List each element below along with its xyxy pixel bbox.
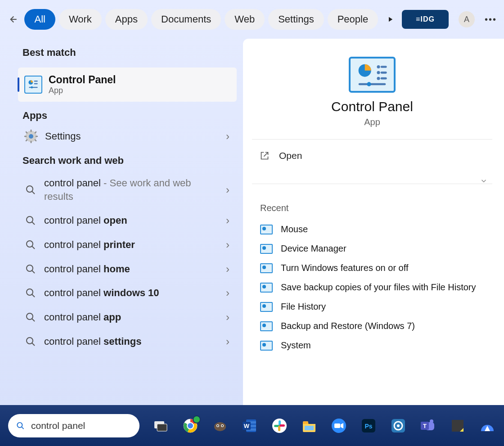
taskbar-gimp-icon[interactable]: [212, 417, 229, 434]
recent-item-mouse[interactable]: Mouse: [252, 220, 492, 239]
svg-point-38: [17, 422, 22, 427]
user-avatar[interactable]: A: [459, 11, 475, 27]
search-icon: [16, 421, 25, 431]
apps-result-settings[interactable]: Settings ›: [0, 126, 243, 147]
best-match-result[interactable]: Control Panel App: [18, 68, 237, 102]
recent-item-system[interactable]: System: [252, 336, 492, 355]
web-result-text: control panel app: [44, 311, 121, 324]
search-web-header: Search work and web: [0, 147, 243, 171]
taskbar-file-explorer-icon[interactable]: [301, 417, 318, 434]
recent-label: Turn Windows features on or off: [281, 263, 408, 273]
search-header: All Work Apps Documents Web Settings Peo…: [0, 0, 504, 39]
svg-point-50: [222, 425, 223, 426]
svg-rect-62: [303, 421, 308, 424]
control-panel-mini-icon: [260, 321, 273, 331]
svg-line-28: [32, 343, 35, 346]
search-icon: [25, 239, 36, 250]
svg-point-32: [377, 71, 380, 74]
web-result-6[interactable]: control panel settings ›: [0, 329, 243, 354]
recent-item-file-history[interactable]: File History: [252, 297, 492, 316]
svg-line-26: [32, 319, 35, 321]
org-badge[interactable]: ≡IDG: [402, 10, 449, 29]
taskbar-search[interactable]: [8, 414, 140, 437]
web-result-5[interactable]: control panel app ›: [0, 305, 243, 329]
taskbar-slack-icon[interactable]: [271, 417, 288, 434]
tab-all[interactable]: All: [24, 9, 55, 30]
svg-point-37: [367, 82, 371, 86]
taskbar: W Ps T: [0, 405, 504, 446]
search-icon: [25, 312, 36, 323]
taskbar-nordvpn-icon[interactable]: [479, 417, 496, 434]
tabs-scroll-next-icon[interactable]: [382, 10, 397, 28]
control-panel-mini-icon: [260, 283, 273, 293]
taskbar-sticky-notes-icon[interactable]: [449, 417, 466, 434]
open-label: Open: [279, 150, 302, 161]
web-result-1[interactable]: control panel open ›: [0, 208, 243, 233]
tab-documents[interactable]: Documents: [151, 9, 221, 30]
detail-subtitle: App: [252, 117, 492, 127]
svg-rect-35: [381, 77, 387, 80]
recent-item-file-history-backup[interactable]: Save backup copies of your files with Fi…: [252, 278, 492, 297]
search-icon: [25, 185, 36, 195]
svg-text:W: W: [244, 423, 250, 429]
web-result-text: control panel settings: [44, 335, 141, 348]
open-external-icon: [260, 151, 269, 160]
back-arrow-icon[interactable]: [4, 10, 20, 29]
chevron-right-icon: ›: [226, 335, 230, 348]
gear-icon: [24, 130, 38, 143]
taskbar-apps: W Ps T: [152, 417, 496, 434]
svg-point-4: [31, 86, 33, 89]
recent-label: System: [281, 340, 311, 351]
svg-rect-36: [359, 83, 386, 86]
control-panel-mini-icon: [260, 225, 273, 234]
tab-people[interactable]: People: [328, 9, 378, 30]
web-result-0[interactable]: control panel - See work and web results…: [0, 171, 243, 208]
apps-header: Apps: [0, 102, 243, 126]
recent-item-device-manager[interactable]: Device Manager: [252, 239, 492, 258]
tab-apps[interactable]: Apps: [105, 9, 148, 30]
control-panel-icon: [24, 76, 42, 94]
recent-label: Save backup copies of your files with Fi…: [281, 282, 476, 293]
taskbar-snagit-icon[interactable]: [390, 417, 407, 434]
svg-line-39: [22, 427, 24, 429]
web-result-4[interactable]: control panel windows 10 ›: [0, 281, 243, 305]
web-result-text: control panel - See work and web results: [44, 176, 197, 203]
taskbar-task-view-icon[interactable]: [152, 417, 169, 434]
svg-rect-7: [31, 130, 32, 132]
best-match-header: Best match: [0, 39, 243, 63]
expand-chevron-icon[interactable]: [252, 177, 492, 189]
web-result-3[interactable]: control panel home ›: [0, 257, 243, 281]
open-action[interactable]: Open: [252, 140, 492, 172]
taskbar-chrome-icon[interactable]: [182, 417, 199, 434]
svg-line-16: [32, 191, 35, 194]
recent-item-backup-restore[interactable]: Backup and Restore (Windows 7): [252, 316, 492, 336]
taskbar-search-input[interactable]: [30, 420, 131, 432]
chevron-right-icon: ›: [226, 130, 230, 143]
svg-point-17: [27, 216, 33, 223]
svg-point-49: [217, 425, 219, 426]
svg-point-34: [377, 77, 380, 80]
taskbar-teams-icon[interactable]: T: [419, 417, 436, 434]
recent-label: File History: [281, 302, 326, 312]
taskbar-photoshop-icon[interactable]: Ps: [360, 417, 377, 434]
tab-settings[interactable]: Settings: [268, 9, 324, 30]
control-panel-mini-icon: [260, 263, 273, 273]
web-result-2[interactable]: control panel printer ›: [0, 233, 243, 257]
recent-item-windows-features[interactable]: Turn Windows features on or off: [252, 258, 492, 278]
svg-line-20: [32, 246, 35, 249]
taskbar-zoom-icon[interactable]: [330, 417, 347, 434]
svg-rect-61: [279, 424, 285, 427]
svg-point-46: [214, 422, 226, 431]
tab-work[interactable]: Work: [59, 9, 102, 30]
more-options-icon[interactable]: •••: [485, 14, 497, 25]
web-result-text: control panel printer: [44, 238, 135, 252]
svg-text:Ps: Ps: [364, 423, 372, 430]
search-icon: [25, 264, 36, 275]
svg-rect-10: [36, 136, 38, 137]
svg-rect-65: [334, 423, 340, 428]
taskbar-word-icon[interactable]: W: [241, 417, 258, 434]
detail-title: Control Panel: [252, 99, 492, 114]
svg-point-6: [29, 134, 33, 139]
search-icon: [25, 336, 36, 347]
tab-web[interactable]: Web: [225, 9, 265, 30]
